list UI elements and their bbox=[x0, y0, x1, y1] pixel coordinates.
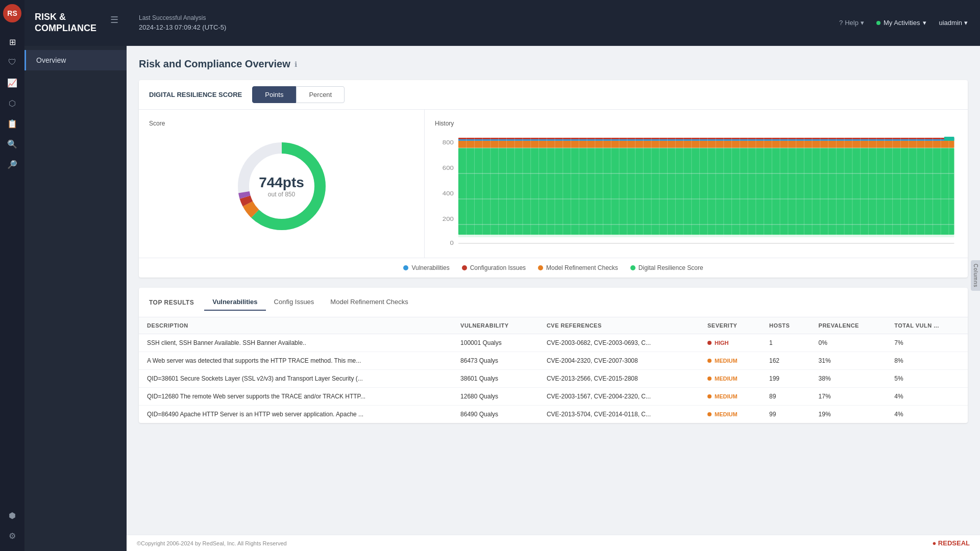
col-cve: CVE REFERENCES bbox=[538, 317, 699, 334]
row-prevalence: 31% bbox=[811, 352, 887, 370]
table-row: QID=86490 Apache HTTP Server is an HTTP … bbox=[139, 406, 968, 423]
nav-shield-icon[interactable]: 🛡 bbox=[3, 53, 21, 71]
nav-settings-icon[interactable]: ⚙ bbox=[3, 527, 21, 545]
help-chevron-icon: ▾ bbox=[861, 19, 864, 27]
results-tab-config[interactable]: Config Issues bbox=[266, 294, 323, 311]
svg-text:200: 200 bbox=[443, 216, 454, 222]
row-total: 4% bbox=[886, 388, 968, 406]
col-severity: SEVERITY bbox=[699, 317, 761, 334]
history-label: History bbox=[435, 120, 958, 127]
row-severity: HIGH bbox=[699, 334, 761, 352]
severity-dot bbox=[707, 359, 712, 363]
svg-rect-14 bbox=[458, 138, 954, 139]
results-title: TOP RESULTS bbox=[149, 299, 194, 306]
help-button[interactable]: ? Help ▾ bbox=[839, 19, 864, 27]
row-vulnerability: 100001 Qualys bbox=[452, 334, 538, 352]
svg-text:0: 0 bbox=[450, 240, 454, 246]
row-vulnerability: 12680 Qualys bbox=[452, 388, 538, 406]
svg-text:800: 800 bbox=[443, 140, 454, 145]
table-row: SSH client, SSH Banner Available. SSH Ba… bbox=[139, 334, 968, 352]
row-severity: MEDIUM bbox=[699, 388, 761, 406]
row-description: A Web server was detected that supports … bbox=[139, 352, 452, 370]
activities-button[interactable]: My Activities ▾ bbox=[876, 19, 927, 27]
row-description: QID=12680 The remote Web server supports… bbox=[139, 388, 452, 406]
history-svg: 800 600 400 200 0 // We'll draw this wit… bbox=[435, 135, 958, 247]
severity-label: MEDIUM bbox=[715, 375, 738, 382]
severity-dot bbox=[707, 341, 712, 345]
legend-dot-config bbox=[462, 265, 467, 270]
severity-dot bbox=[707, 412, 712, 416]
severity-dot bbox=[707, 377, 712, 381]
row-total: 4% bbox=[886, 406, 968, 423]
score-value: 744pts bbox=[259, 174, 304, 191]
row-total: 7% bbox=[886, 334, 968, 352]
info-icon[interactable]: ℹ bbox=[295, 60, 297, 68]
legend-model-checks: Model Refinement Checks bbox=[538, 264, 618, 271]
row-cve: CVE-2013-2566, CVE-2015-2808 bbox=[538, 370, 699, 388]
row-prevalence: 38% bbox=[811, 370, 887, 388]
legend-dot-model bbox=[538, 265, 543, 270]
sidebar: RISK & COMPLIANCE ☰ Overview bbox=[24, 0, 127, 551]
app-logo[interactable]: RS bbox=[3, 4, 21, 22]
sidebar-header: RISK & COMPLIANCE ☰ bbox=[24, 0, 127, 46]
analysis-title: Last Successful Analysis bbox=[139, 14, 839, 21]
sidebar-title: RISK & COMPLIANCE bbox=[35, 12, 116, 34]
svg-rect-11 bbox=[458, 148, 954, 235]
row-hosts: 1 bbox=[761, 334, 811, 352]
row-prevalence: 19% bbox=[811, 406, 887, 423]
col-hosts: HOSTS bbox=[761, 317, 811, 334]
row-severity: MEDIUM bbox=[699, 352, 761, 370]
row-description: SSH client, SSH Banner Available. SSH Ba… bbox=[139, 334, 452, 352]
col-total: TOTAL VULN ... bbox=[886, 317, 968, 334]
topbar-right: ? Help ▾ My Activities ▾ uiadmin ▾ bbox=[839, 19, 968, 27]
nav-search-icon[interactable]: 🔍 bbox=[3, 135, 21, 153]
analysis-info: Last Successful Analysis 2024-12-13 07:0… bbox=[139, 14, 839, 31]
donut-chart-container: 744pts out of 850 bbox=[149, 135, 414, 237]
svg-rect-12 bbox=[458, 140, 954, 148]
severity-dot bbox=[707, 394, 712, 398]
topbar: Last Successful Analysis 2024-12-13 07:0… bbox=[127, 0, 980, 46]
bar-group bbox=[467, 138, 949, 243]
results-tab-vulnerabilities[interactable]: Vulnerabilities bbox=[204, 294, 265, 311]
nav-topology-icon[interactable]: ⬢ bbox=[3, 506, 21, 524]
row-total: 5% bbox=[886, 370, 968, 388]
hamburger-icon[interactable]: ☰ bbox=[110, 14, 118, 26]
page-title-row: Risk and Compliance Overview ℹ bbox=[139, 58, 968, 70]
row-cve: CVE-2013-5704, CVE-2014-0118, C... bbox=[538, 406, 699, 423]
row-severity: MEDIUM bbox=[699, 370, 761, 388]
row-vulnerability: 38601 Qualys bbox=[452, 370, 538, 388]
nav-dashboard-icon[interactable]: ⊞ bbox=[3, 33, 21, 51]
row-vulnerability: 86490 Qualys bbox=[452, 406, 538, 423]
user-menu[interactable]: uiadmin ▾ bbox=[939, 19, 968, 27]
score-card-title: DIGITAL RESILIENCE SCORE bbox=[149, 91, 242, 98]
nav-search2-icon[interactable]: 🔎 bbox=[3, 155, 21, 173]
score-card-header: DIGITAL RESILIENCE SCORE Points Percent bbox=[139, 80, 968, 110]
tab-percent[interactable]: Percent bbox=[296, 86, 345, 103]
row-cve: CVE-2003-1567, CVE-2004-2320, C... bbox=[538, 388, 699, 406]
nav-report-icon[interactable]: 📋 bbox=[3, 114, 21, 133]
nav-network-icon[interactable]: ⬡ bbox=[3, 94, 21, 112]
col-description: DESCRIPTION bbox=[139, 317, 452, 334]
svg-text:600: 600 bbox=[443, 165, 454, 171]
severity-label: MEDIUM bbox=[715, 393, 738, 399]
icon-bar: RS ⊞ 🛡 📈 ⬡ 📋 🔍 🔎 ⬢ ⚙ bbox=[0, 0, 24, 551]
nav-chart-icon[interactable]: 📈 bbox=[3, 73, 21, 92]
score-right-panel: History 800 600 400 200 0 bbox=[425, 110, 968, 258]
row-total: 8% bbox=[886, 352, 968, 370]
row-severity: MEDIUM bbox=[699, 406, 761, 423]
analysis-date: 2024-12-13 07:09:42 (UTC-5) bbox=[139, 23, 839, 31]
user-chevron-icon: ▾ bbox=[964, 19, 968, 27]
score-left-panel: Score bbox=[139, 110, 425, 258]
donut-center: 744pts out of 850 bbox=[259, 174, 304, 198]
svg-text:400: 400 bbox=[443, 191, 454, 196]
score-sub: out of 850 bbox=[259, 191, 304, 198]
row-prevalence: 17% bbox=[811, 388, 887, 406]
footer-logo: ● REDSEAL bbox=[932, 539, 970, 547]
activities-indicator bbox=[876, 21, 880, 25]
columns-handle[interactable]: Columns bbox=[971, 260, 980, 291]
tab-points[interactable]: Points bbox=[252, 86, 296, 103]
sidebar-item-overview[interactable]: Overview bbox=[24, 50, 127, 70]
results-tab-model[interactable]: Model Refinement Checks bbox=[322, 294, 416, 311]
legend-dot-vulnerabilities bbox=[403, 265, 408, 270]
row-hosts: 89 bbox=[761, 388, 811, 406]
